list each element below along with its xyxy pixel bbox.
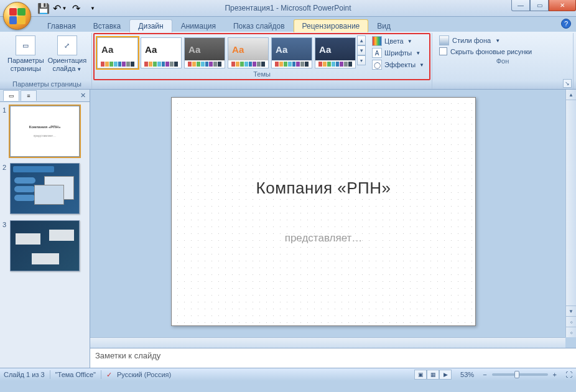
zoom-percent[interactable]: 53% (460, 371, 474, 378)
theme-effects-button[interactable]: ◯ Эффекты▼ (369, 59, 427, 70)
thumb-canvas: Компания «РПН» представляет… (10, 106, 80, 157)
tab-home[interactable]: Главная (39, 19, 85, 32)
orientation-label: Ориентация слайда▼ (48, 57, 86, 72)
thumb-title: Компания «РПН» (29, 125, 60, 129)
theme-options: Цвета▼ A Шрифты▼ ◯ Эффекты▼ (369, 35, 427, 70)
fonts-icon: A (372, 48, 382, 58)
normal-view-button[interactable]: ▣ (414, 370, 427, 380)
group-page-setup: ▭ Параметры страницы ⤢ Ориентация слайда… (2, 33, 92, 89)
group-label-page-setup: Параметры страницы (6, 80, 88, 89)
office-logo-icon (9, 8, 26, 24)
thumb-canvas (10, 163, 80, 214)
close-button[interactable]: ✕ (549, 0, 576, 11)
tab-review[interactable]: Рецензирование (294, 19, 369, 32)
theme-thumb-1[interactable]: Aa (141, 37, 182, 68)
chevron-down-icon: ▼ (62, 6, 67, 11)
background-styles-button[interactable]: Стили фона▼ (439, 35, 566, 45)
view-buttons: ▣ ▦ ▶ (414, 370, 452, 380)
slide-number: 2 (2, 163, 10, 171)
theme-thumb-2[interactable]: Aa (184, 37, 225, 68)
status-bar: Слайд 1 из 3 "Тема Office" ✓ Русский (Ро… (0, 368, 576, 381)
gallery-more-button[interactable]: ▾ (357, 55, 366, 65)
theme-thumb-5[interactable]: Aa (315, 37, 356, 68)
workspace: ▭ ≡ ✕ 1 Компания «РПН» представляет… 2 (0, 90, 576, 368)
thumb-canvas (10, 220, 80, 271)
theme-thumb-3[interactable]: Aa (228, 37, 269, 68)
background-dialog-launcher[interactable]: ↘ (563, 79, 572, 88)
help-icon: ? (564, 20, 568, 27)
scroll-down-button[interactable]: ▼ (566, 306, 576, 316)
fit-to-window-button[interactable]: ⛶ (565, 371, 572, 378)
status-slide: Слайд 1 из 3 (4, 371, 45, 378)
hide-background-checkbox[interactable]: Скрыть фоновые рисунки (439, 47, 566, 55)
theme-colors-label: Цвета (384, 37, 404, 45)
page-setup-button[interactable]: ▭ Параметры страницы (6, 34, 46, 73)
window-title: Презентация1 - Microsoft PowerPoint (225, 4, 351, 12)
slide-thumb-3[interactable]: 3 (2, 220, 87, 271)
save-icon: 💾 (37, 2, 50, 14)
group-label-background: Фон (435, 57, 570, 66)
theme-thumb-0[interactable]: Aa (97, 37, 138, 68)
gallery-down-button[interactable]: ▼ (357, 45, 366, 55)
office-button[interactable] (3, 2, 31, 30)
page-setup-label: Параметры страницы (7, 57, 44, 72)
theme-colors-button[interactable]: Цвета▼ (369, 35, 427, 47)
theme-thumb-4[interactable]: Aa (271, 37, 312, 68)
slide-orientation-button[interactable]: ⤢ Ориентация слайда▼ (46, 34, 88, 73)
slideshow-view-button[interactable]: ▶ (439, 370, 452, 380)
slides-panel: ▭ ≡ ✕ 1 Компания «РПН» представляет… 2 (0, 90, 90, 368)
spellcheck-icon[interactable]: ✓ (106, 371, 112, 379)
scroll-up-button[interactable]: ▲ (566, 90, 576, 100)
hide-bg-label: Скрыть фоновые рисунки (450, 48, 532, 55)
redo-button[interactable]: ↷ (68, 1, 83, 15)
slide-thumb-1[interactable]: 1 Компания «РПН» представляет… (2, 106, 87, 157)
theme-fonts-button[interactable]: A Шрифты▼ (369, 47, 427, 58)
horizontal-scrollbar[interactable] (90, 337, 565, 348)
slide-canvas[interactable]: Компания «РПН» представляет… (171, 97, 476, 326)
ribbon: ▭ Параметры страницы ⤢ Ориентация слайда… (0, 32, 576, 90)
checkbox-icon (439, 47, 447, 55)
tab-design[interactable]: Дизайн (129, 19, 172, 32)
group-label-themes: Темы (95, 70, 429, 79)
theme-fonts-label: Шрифты (384, 49, 412, 57)
canvas-area[interactable]: Компания «РПН» представляет… ▲ ▼ ⬦ ⬦ (90, 90, 576, 337)
tab-animation[interactable]: Анимация (172, 19, 225, 32)
page-setup-icon: ▭ (16, 35, 35, 55)
zoom-in-button[interactable]: + (553, 371, 557, 378)
outline-tab-icon: ≡ (27, 93, 30, 99)
help-button[interactable]: ? (561, 19, 571, 29)
undo-icon: ↶ (53, 2, 61, 14)
sorter-view-button[interactable]: ▦ (427, 370, 439, 380)
qat-customize-button[interactable]: ▼ (85, 1, 100, 15)
maximize-button[interactable]: ▭ (530, 0, 549, 11)
next-slide-button[interactable]: ⬦ (566, 327, 576, 337)
status-theme: "Тема Office" (55, 371, 96, 378)
notes-pane[interactable]: Заметки к слайду (90, 348, 576, 368)
panel-tab-slides[interactable]: ▭ (3, 90, 19, 101)
slide-thumb-2[interactable]: 2 (2, 163, 87, 214)
editor-area: Компания «РПН» представляет… ▲ ▼ ⬦ ⬦ Зам… (90, 90, 576, 368)
slide-number: 3 (2, 220, 10, 228)
status-language[interactable]: Русский (Россия) (117, 371, 171, 378)
zoom-slider[interactable] (492, 373, 548, 376)
orientation-icon: ⤢ (57, 35, 77, 55)
slide-title-text[interactable]: Компания «РПН» (256, 179, 391, 198)
prev-slide-button[interactable]: ⬦ (566, 316, 576, 327)
slide-subtitle-text[interactable]: представляет… (285, 232, 363, 245)
minimize-button[interactable]: — (511, 0, 530, 11)
title-bar: 💾 ↶▼ ↷ ▼ Презентация1 - Microsoft PowerP… (0, 0, 576, 17)
tab-view[interactable]: Вид (368, 19, 399, 32)
tab-insert[interactable]: Вставка (85, 19, 130, 32)
zoom-thumb[interactable] (514, 371, 519, 378)
theme-effects-label: Эффекты (384, 61, 416, 68)
panel-tab-outline[interactable]: ≡ (21, 90, 37, 101)
zoom-out-button[interactable]: − (483, 371, 486, 378)
undo-button[interactable]: ↶▼ (52, 1, 67, 15)
chevron-down-icon: ▼ (90, 6, 95, 11)
gallery-up-button[interactable]: ▲ (357, 35, 366, 45)
tab-slideshow[interactable]: Показ слайдов (225, 19, 294, 32)
save-button[interactable]: 💾 (36, 1, 51, 15)
vertical-scrollbar[interactable]: ▲ ▼ ⬦ ⬦ (565, 90, 576, 337)
notes-placeholder: Заметки к слайду (95, 351, 160, 360)
panel-close-button[interactable]: ✕ (80, 91, 86, 100)
